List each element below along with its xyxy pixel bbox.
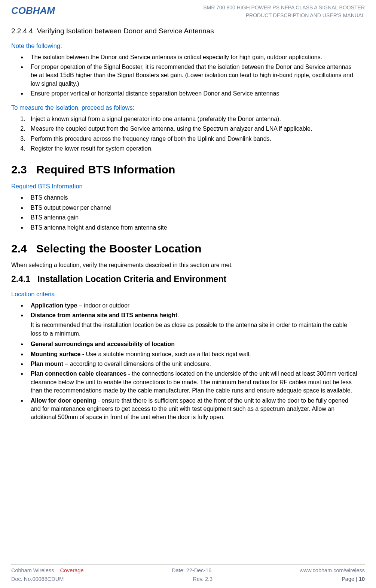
footer-doc: Doc. No.00068CDUM bbox=[11, 575, 64, 583]
location-criteria-list: Application type – indoor or outdoor Dis… bbox=[27, 301, 365, 422]
measure-heading: To measure the isolation, proceed as fol… bbox=[11, 103, 365, 112]
required-bts-info: Required BTS Information bbox=[11, 182, 365, 191]
list-item-followup: It is recommended that the installation … bbox=[31, 321, 357, 338]
list-item: Plan mount – according to overall dimens… bbox=[27, 360, 365, 368]
header-line2: PRODUCT DESCRIPTION AND USER'S MANUAL bbox=[203, 12, 365, 19]
location-criteria: Location criteria bbox=[11, 290, 365, 298]
list-item: Allow for door opening - ensure that the… bbox=[27, 397, 365, 422]
measure-steps: Inject a known signal from a signal gene… bbox=[27, 115, 365, 153]
list-item: General surroundings and accessibility o… bbox=[27, 340, 365, 348]
heading-2-4: 2.4 Selecting the Booster Location bbox=[11, 241, 365, 257]
list-item: BTS antenna gain bbox=[27, 213, 365, 222]
list-item: BTS output power per channel bbox=[27, 204, 365, 212]
footer-url: www.cobham.com/wireless bbox=[300, 567, 365, 574]
list-item: BTS antenna height and distance from ant… bbox=[27, 224, 365, 232]
bts-info-list: BTS channels BTS output power per channe… bbox=[27, 194, 365, 232]
note-the-following: Note the following: bbox=[11, 42, 365, 50]
selecting-intro: When selecting a location, verify the re… bbox=[11, 261, 365, 269]
page-header: COBHAM SMR 700 800 HIGH POWER PS NFPA CL… bbox=[11, 4, 365, 19]
list-item: The isolation between the Donor and Serv… bbox=[27, 53, 365, 61]
list-item: For proper operation of the Signal Boost… bbox=[27, 63, 365, 88]
notes-list: The isolation between the Donor and Serv… bbox=[27, 53, 365, 98]
footer-rev: Rev. 2.3 bbox=[193, 575, 213, 583]
list-item: Mounting surface - Use a suitable mounti… bbox=[27, 350, 365, 358]
logo: COBHAM bbox=[11, 4, 55, 17]
list-item: Distance from antenna site and BTS anten… bbox=[27, 311, 365, 338]
page-footer: Cobham Wireless – Coverage Date: 22-Dec-… bbox=[11, 564, 365, 584]
list-item: Register the lower result for system ope… bbox=[27, 145, 365, 153]
header-line1: SMR 700 800 HIGH POWER PS NFPA CLASS A S… bbox=[203, 4, 365, 12]
list-item: Measure the coupled output from the Serv… bbox=[27, 125, 365, 133]
list-item: BTS channels bbox=[27, 194, 365, 202]
footer-page: Page | 10 bbox=[342, 575, 365, 583]
list-item: Plan connection cable clearances - the c… bbox=[27, 370, 365, 395]
heading-2-3: 2.3 Required BTS Information bbox=[11, 162, 365, 178]
list-item: Inject a known signal from a signal gene… bbox=[27, 115, 365, 123]
list-item: Ensure proper vertical or horizontal dis… bbox=[27, 90, 365, 98]
heading-2-4-1: 2.4.1 Installation Location Criteria and… bbox=[11, 273, 365, 285]
heading-2-2-4-4: 2.2.4.4 Verifying Isolation between Dono… bbox=[11, 26, 365, 36]
footer-date: Date: 22-Dec-16 bbox=[172, 567, 211, 574]
list-item: Perform this procedure across the freque… bbox=[27, 135, 365, 143]
header-doc-title: SMR 700 800 HIGH POWER PS NFPA CLASS A S… bbox=[203, 4, 365, 19]
footer-company: Cobham Wireless – Coverage bbox=[11, 567, 83, 574]
list-item: Application type – indoor or outdoor bbox=[27, 301, 365, 310]
